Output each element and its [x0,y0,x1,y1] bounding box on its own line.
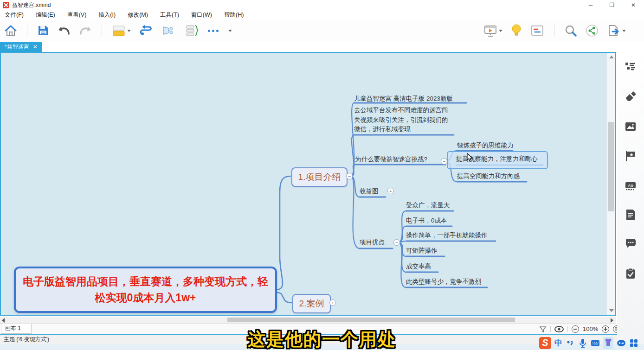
ime-mode-toggle[interactable]: 中 [554,337,562,348]
more-tools-dropdown[interactable] [223,23,236,38]
chevron-down-icon [228,30,232,32]
menu-modify[interactable]: 修改(M) [128,11,148,19]
comments-icon[interactable] [625,238,636,249]
collapse-badge[interactable]: − [346,173,353,179]
label-aa-icon[interactable]: Aa [625,180,636,191]
save-button[interactable] [33,23,53,38]
toolbox-grid-icon[interactable] [629,338,638,348]
root-topic[interactable]: 电子版益智用品项目，垂直赛道，多种变现方式，轻松实现0成本月入1w+ [14,267,277,313]
branch-node-cases[interactable]: 2.案例 [292,294,331,313]
chevron-down-icon[interactable] [127,30,131,32]
topic-revenue-chart[interactable]: 收益图 [360,187,379,196]
horizontal-scroll-thumb[interactable] [227,318,515,322]
status-text: 主题 ('6.变现方式') [4,336,49,344]
topic-matrix-operation[interactable]: 可矩阵操作 [406,247,438,255]
title-bar: 益智迷宫.xmind ─ ❐ ✕ [0,0,644,10]
topic-high-conversion[interactable]: 成交率高 [406,262,431,271]
more-tools-button[interactable] [204,23,223,38]
scroll-left-icon[interactable] [2,318,5,323]
menu-edit[interactable]: 编辑(E) [36,11,55,19]
format-brush-icon[interactable] [625,91,636,102]
menu-window[interactable]: 窗口(W) [191,11,212,19]
topic-project-advantages[interactable]: 项目优点 [360,238,385,247]
minimize-button[interactable]: ─ [580,0,601,10]
topic-why-maze-challenge[interactable]: 为什么要做益智迷宫挑战? [355,155,427,164]
image-panel-icon[interactable] [625,121,636,132]
presentation-button[interactable] [479,23,507,38]
restore-button[interactable]: ❐ [601,0,623,10]
zoom-controls: 100% [539,324,620,334]
export-button[interactable] [603,23,630,38]
task-clipboard-icon[interactable] [625,268,636,279]
skin-shirt-icon[interactable] [604,337,613,347]
topic-wide-audience[interactable]: 受众广，流量大 [406,201,450,210]
collapse-badge[interactable]: − [393,239,400,246]
microphone-icon[interactable] [578,338,587,348]
chevron-down-icon[interactable] [622,30,626,32]
topic-public-platform-strategy[interactable]: 去公域平台发布不同难度的迷宫闯关视频来吸引关注，引流到我们的微信，进行私域变现 [354,106,452,134]
relationship-button[interactable] [135,23,157,38]
outline-panel-icon[interactable] [625,62,636,73]
topic-style-button[interactable] [108,23,135,38]
topic-train-thinking[interactable]: 锻炼孩子的思维能力 [457,141,514,150]
notes-icon [530,25,544,37]
chevron-down-icon[interactable] [499,30,502,32]
menu-tools[interactable]: 工具(T) [160,11,179,19]
expand-badge[interactable]: + [329,299,336,306]
lightbulb-icon [511,24,522,38]
presentation-icon [483,24,497,37]
zoom-in-button[interactable] [602,325,609,333]
vertical-scrollbar[interactable] [606,53,615,315]
topic-children-maze-edition[interactable]: 儿童益智迷宫 高清电子版 2023新版 [354,95,453,103]
notes-button[interactable] [526,23,548,38]
home-button[interactable] [0,23,21,38]
video-subtitle: 这是他的一个用处 [248,328,396,350]
menu-file[interactable]: 文件(F) [5,11,24,19]
topic-style-icon [112,25,126,37]
scroll-down-icon[interactable] [609,309,614,312]
window-title: 益智迷宫.xmind [12,1,51,9]
search-icon [564,24,577,37]
export-icon [607,24,621,37]
xmind-logo-icon [3,2,9,8]
sheet-tab-canvas1[interactable]: 画布 1 [1,324,32,334]
svg-text:Aa: Aa [628,183,633,188]
branch-node-project-intro[interactable]: 1.项目介绍 [291,167,348,187]
scroll-up-icon[interactable] [609,56,614,58]
menu-help[interactable]: 帮助(H) [224,11,244,19]
tab-yizhimigong[interactable]: *益智迷宫 ✕ [0,42,42,52]
filter-icon[interactable] [539,325,547,333]
close-button[interactable]: ✕ [623,0,644,10]
expand-badge[interactable]: + [387,188,394,194]
horizontal-scrollbar[interactable] [0,317,616,323]
topic-ebook-zero-cost[interactable]: 电子书，0成本 [406,216,447,225]
notes-panel-icon[interactable] [625,209,636,220]
collapse-badge[interactable]: − [441,158,447,165]
eye-icon[interactable] [554,326,564,332]
sogou-logo-icon[interactable]: S [539,337,551,349]
outline-brace-icon [185,24,200,37]
marker-flag-icon[interactable] [625,151,636,162]
soft-keyboard-icon[interactable] [591,338,600,348]
tab-close-icon[interactable]: ✕ [33,44,38,50]
topic-low-competition[interactable]: 此类型账号少，竞争不激烈 [406,278,481,286]
voice-punctuation-icon[interactable] [566,338,575,348]
search-button[interactable] [560,23,581,38]
settings-wrench-icon[interactable] [642,338,644,348]
menu-view[interactable]: 查看(V) [67,11,87,19]
idea-button[interactable] [507,23,526,38]
emoji-robot-icon[interactable] [617,338,626,348]
undo-button[interactable] [53,23,75,38]
toolbar-separator [102,25,102,37]
mouse-cursor [466,153,474,162]
topic-spatial-ability[interactable]: 提高空间能力和方向感 [457,172,520,180]
vertical-scroll-thumb[interactable] [608,122,614,211]
topic-easy-operation[interactable]: 操作简单，一部手机就能操作 [406,231,488,240]
summary-button[interactable] [157,23,180,38]
zoom-out-button[interactable] [572,325,579,333]
redo-button[interactable] [75,23,96,38]
outline-brace-button[interactable] [180,23,204,38]
menu-insert[interactable]: 插入(I) [98,11,116,19]
scroll-right-icon[interactable] [611,318,613,323]
share-button[interactable] [581,23,603,38]
